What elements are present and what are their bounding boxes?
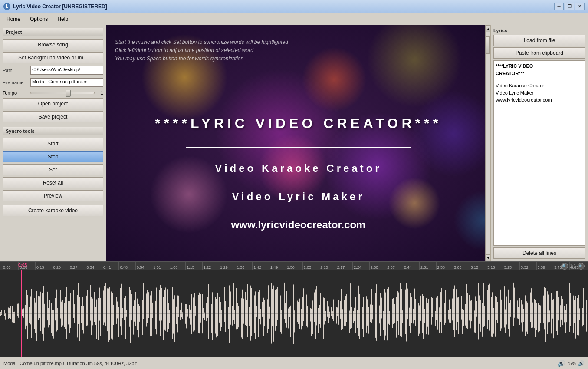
title-underline (186, 147, 411, 148)
titlebar: L Lyric Video Creator [UNREGISTERED] ─ ❒… (0, 0, 588, 13)
playhead (21, 270, 22, 357)
time-mark: 1:01 (152, 262, 168, 270)
volume-icon[interactable]: 🔊 (558, 360, 565, 367)
sidebar: Project Browse song Set Background Video… (0, 25, 106, 261)
restore-button[interactable]: ❒ (565, 3, 574, 10)
time-mark: 1:08 (169, 262, 185, 270)
stop-button[interactable]: Stop (3, 151, 103, 162)
close-button[interactable]: ✕ (575, 3, 585, 10)
time-mark: 0:20 (52, 262, 68, 270)
tempo-label: Tempo (3, 90, 29, 96)
video-area: Start the music and click Set button to … (106, 25, 490, 261)
status-bar: Modà - Come un pittore.mp3. Duration 3m … (0, 357, 588, 369)
time-mark: 1:42 (252, 262, 269, 270)
file-info-text: Modà - Come un pittore.mp3. Duration 3m … (3, 361, 137, 366)
lyrics-line4: Video Karaoke Creator (496, 82, 583, 89)
time-mark: 0:54 (135, 262, 152, 270)
video-hint: Start the music and click Set button to … (115, 38, 288, 63)
time-mark: 2:03 (302, 262, 319, 270)
browse-song-button[interactable]: Browse song (3, 39, 103, 50)
time-mark: 2:44 (403, 262, 419, 270)
time-mark: 3:12 (470, 262, 486, 270)
minimize-button[interactable]: ─ (554, 3, 564, 10)
time-mark: 0:27 (69, 262, 85, 270)
time-mark: 2:37 (386, 262, 402, 270)
filename-label: File name (3, 80, 29, 85)
video-main-title: ****LYRIC VIDEO CREATOR*** (155, 115, 442, 132)
window-controls: ─ ❒ ✕ (554, 3, 585, 10)
tempo-slider-track[interactable] (30, 92, 95, 94)
delete-all-lines-button[interactable]: Delete all lines (493, 247, 585, 259)
set-button[interactable]: Set (3, 164, 103, 175)
time-mark: 2:24 (352, 262, 369, 270)
zoom-out-button[interactable]: 🔍 (578, 263, 585, 270)
tempo-slider-thumb[interactable] (66, 90, 71, 97)
waveform-area: 0:000:060:130:200:270:340:410:480:541:01… (0, 261, 588, 357)
time-mark: 0:41 (102, 262, 118, 270)
scroll-thumb[interactable] (486, 36, 490, 54)
waveform-container[interactable] (0, 270, 588, 357)
lyrics-section-header: Lyrics (493, 28, 585, 33)
preview-button[interactable]: Preview (3, 190, 103, 201)
path-input[interactable]: C:\Users\Win\Desktop\ (30, 66, 103, 75)
time-mark: 2:17 (336, 262, 352, 270)
time-mark: 1:56 (286, 262, 302, 270)
menubar: Home Options Help (0, 13, 588, 25)
volume-percentage: 75% (567, 361, 576, 366)
time-mark: 2:51 (419, 262, 436, 270)
video-url: www.lyricvideocreator.com (231, 219, 366, 231)
path-label: Path (3, 68, 29, 73)
start-button[interactable]: Start (3, 138, 103, 149)
timeline: 0:000:060:130:200:270:340:410:480:541:01… (0, 262, 588, 270)
time-mark: 1:15 (185, 262, 202, 270)
video-subtitle1: Video Karaoke Creator (215, 162, 381, 175)
create-karaoke-button[interactable]: Create karaoke video (3, 205, 103, 216)
lyrics-line2: CREATOR*** (496, 70, 583, 77)
tempo-row: Tempo 1 (3, 90, 103, 96)
paste-clipboard-button[interactable]: Paste from clipboard (493, 47, 585, 59)
lyrics-line5: Video Lyric Maker (496, 89, 583, 97)
time-mark: 1:49 (269, 262, 286, 270)
time-mark: 1:22 (202, 262, 219, 270)
lyrics-content-area[interactable]: ****LYRIC VIDEO CREATOR*** Video Karaoke… (493, 60, 585, 246)
time-mark: 2:30 (369, 262, 386, 270)
filename-row: File name Modà - Come un pittore.m (3, 78, 103, 87)
reset-all-button[interactable]: Reset all (3, 177, 103, 188)
filename-input[interactable]: Modà - Come un pittore.m (30, 78, 103, 87)
waveform-canvas[interactable] (0, 270, 588, 357)
scroll-down-arrow[interactable]: ▼ (486, 254, 490, 261)
set-background-button[interactable]: Set Background Video or Im... (3, 52, 103, 63)
lyrics-line1: ****LYRIC VIDEO (496, 63, 583, 70)
zoom-controls: 🔍 1:1 🔍 (561, 263, 585, 270)
load-from-file-button[interactable]: Load from file (493, 35, 585, 46)
time-mark: 0:13 (35, 262, 52, 270)
project-section-header: Project (3, 28, 103, 36)
open-project-button[interactable]: Open project (3, 98, 103, 109)
time-mark: 1:29 (219, 262, 235, 270)
scroll-up-arrow[interactable]: ▲ (486, 25, 490, 32)
video-player[interactable]: Start the music and click Set button to … (106, 25, 490, 261)
time-mark: 3:39 (536, 262, 553, 270)
volume-max-icon[interactable]: 🔊 (578, 360, 585, 366)
current-time-indicator: 0:05 (18, 263, 27, 267)
menu-home[interactable]: Home (2, 14, 25, 24)
time-mark: 1:36 (236, 262, 252, 270)
video-scrollbar[interactable]: ▲ ▼ (485, 25, 490, 261)
main-layout: Project Browse song Set Background Video… (0, 25, 588, 369)
time-mark: 3:05 (453, 262, 469, 270)
time-mark: 0:00 (2, 262, 18, 270)
window-title: Lyric Video Creator [UNREGISTERED] (13, 3, 554, 10)
menu-help[interactable]: Help (53, 14, 73, 24)
zoom-in-button[interactable]: 🔍 (561, 263, 568, 270)
volume-control: 🔊 75% 🔊 (558, 360, 585, 367)
save-project-button[interactable]: Save project (3, 111, 103, 122)
time-mark: 2:10 (319, 262, 335, 270)
tempo-value: 1 (96, 90, 103, 96)
timeline-marks: 0:000:060:130:200:270:340:410:480:541:01… (2, 262, 586, 270)
menu-options[interactable]: Options (25, 14, 53, 24)
app-icon: L (3, 3, 10, 10)
scroll-track[interactable] (486, 32, 490, 254)
lyrics-panel: Lyrics Load from file Paste from clipboa… (490, 25, 588, 261)
time-mark: 2:58 (436, 262, 453, 270)
path-row: Path C:\Users\Win\Desktop\ (3, 66, 103, 75)
